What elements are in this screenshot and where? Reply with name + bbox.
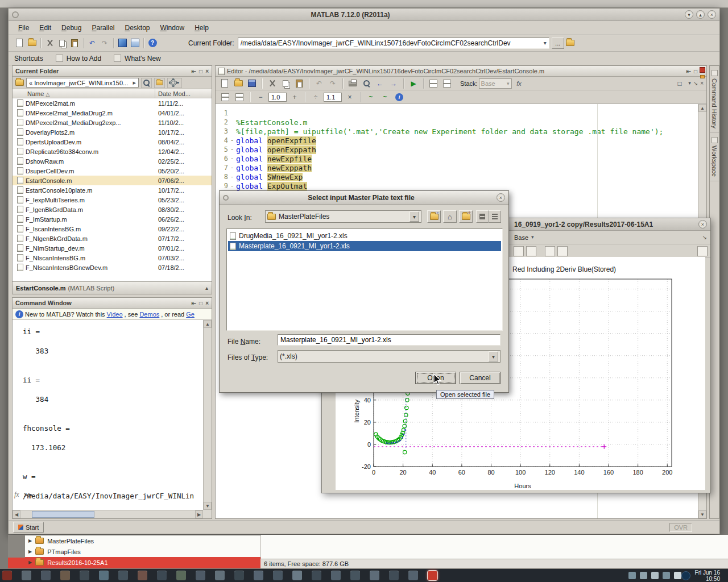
open-file-button[interactable] bbox=[26, 37, 38, 49]
editor-undo-button[interactable]: ↶ bbox=[313, 77, 325, 90]
taskbar-icon[interactable] bbox=[389, 571, 399, 580]
scroll-down-icon[interactable]: ▼ bbox=[698, 510, 706, 518]
file-row[interactable]: DReplicate96to384conv.m12/04/2... bbox=[13, 147, 212, 156]
eval-cell-button[interactable]: ~ bbox=[365, 91, 377, 103]
taskbar-active-icon[interactable] bbox=[428, 571, 437, 580]
video-link[interactable]: Video bbox=[107, 311, 123, 318]
scrollbar-thumb[interactable] bbox=[32, 511, 94, 518]
file-row[interactable]: F_NIgenBkGrdData.m07/17/2... bbox=[13, 234, 212, 243]
stack-combo[interactable]: Base▾ bbox=[479, 78, 512, 89]
taskbar-icon[interactable] bbox=[22, 571, 31, 580]
menu-debug[interactable]: Debug bbox=[56, 22, 86, 34]
taskbar-icon[interactable] bbox=[118, 571, 128, 580]
dialog-menu-icon[interactable] bbox=[223, 195, 229, 201]
simulink-button[interactable] bbox=[116, 37, 129, 49]
close-panel-icon[interactable]: × bbox=[205, 300, 209, 306]
collapse-details-icon[interactable]: ▴ bbox=[205, 285, 208, 291]
expander-icon[interactable]: ▶ bbox=[28, 549, 32, 554]
run-button[interactable]: ▶ bbox=[407, 77, 420, 90]
code-line[interactable]: 9-global ExpOutmat bbox=[216, 181, 698, 190]
increase-button[interactable]: + bbox=[288, 91, 301, 103]
scroll-left-icon[interactable]: ◀ bbox=[13, 510, 20, 518]
eval-advance-button[interactable]: ~ bbox=[379, 91, 391, 103]
taskbar-icon[interactable] bbox=[99, 571, 109, 580]
console-vertical-scrollbar[interactable]: ▲ ▼ bbox=[203, 320, 212, 510]
divide-button[interactable]: ÷ bbox=[309, 91, 322, 103]
dialog-titlebar[interactable]: Select input Master Plate text file × bbox=[220, 191, 508, 205]
decrease-button[interactable]: − bbox=[254, 91, 267, 103]
code-line[interactable]: 3%[file,path] = uiputfile('.mat','Create… bbox=[216, 127, 698, 136]
fx-button[interactable]: fx bbox=[513, 77, 526, 90]
file-row[interactable]: F_IgenBkGrdData.m08/30/2... bbox=[13, 205, 212, 214]
code-line[interactable]: 8-global SWnewExp bbox=[216, 172, 698, 181]
window-menu-icon[interactable] bbox=[12, 11, 19, 18]
menu-parallel[interactable]: Parallel bbox=[86, 22, 119, 34]
menu-window[interactable]: Window bbox=[155, 22, 190, 34]
column-name[interactable]: Name △ bbox=[27, 90, 49, 97]
dialog-close-button[interactable]: × bbox=[497, 193, 505, 202]
up-one-level-button[interactable]: ↑ bbox=[427, 210, 441, 223]
fx-icon[interactable]: fx bbox=[14, 490, 19, 499]
new-file-button[interactable] bbox=[13, 37, 26, 49]
close-panel-icon[interactable]: × bbox=[205, 68, 209, 74]
start-button[interactable]: Start bbox=[13, 522, 44, 533]
file-row[interactable]: F_IscanIntensBG.m09/22/2... bbox=[13, 224, 212, 234]
taskbar-icon[interactable] bbox=[138, 571, 147, 580]
file-row[interactable]: DMPexcel2mat_MediaDrug2.m04/01/2... bbox=[13, 108, 212, 118]
help-button[interactable]: ? bbox=[146, 37, 159, 49]
mlint-warning-marker[interactable] bbox=[700, 75, 705, 78]
scroll-up-icon[interactable]: ▲ bbox=[204, 320, 212, 328]
tray-icon[interactable] bbox=[674, 572, 681, 579]
taskbar-icon[interactable] bbox=[215, 571, 225, 580]
undock-editor-icon[interactable]: ↘ bbox=[693, 80, 698, 86]
print-button[interactable] bbox=[346, 77, 359, 90]
taskbar-icon[interactable] bbox=[312, 571, 321, 580]
breadcrumb-next-icon[interactable]: ▸ bbox=[133, 79, 136, 86]
maximize-panel-icon[interactable]: □ bbox=[199, 300, 202, 306]
file-row[interactable]: F_NIscanIntensBG.m07/03/2... bbox=[13, 253, 212, 263]
file-row[interactable]: DpertsUploadDev.m08/04/2... bbox=[13, 137, 212, 147]
folder-row[interactable]: ▶MasterPlateFiles bbox=[25, 535, 260, 546]
chevron-down-icon[interactable]: ▾ bbox=[688, 81, 691, 86]
code-line[interactable]: 6-global newExpfile bbox=[216, 154, 698, 163]
editor-new-button[interactable] bbox=[218, 77, 231, 90]
taskbar-icon[interactable] bbox=[254, 571, 263, 580]
editor-redo-button[interactable]: ↷ bbox=[326, 77, 339, 90]
file-row[interactable]: DMPexcel2mat_MediaDrug2exp...11/10/2... bbox=[13, 118, 212, 127]
figure-tool-icon[interactable] bbox=[526, 246, 536, 256]
cut-button[interactable] bbox=[43, 37, 56, 49]
actions-button[interactable]: ▾ bbox=[167, 78, 182, 88]
file-row[interactable]: F_ImStartup.m06/26/2... bbox=[13, 214, 212, 224]
taskbar-icon[interactable] bbox=[234, 571, 244, 580]
column-date[interactable]: Date Mod... bbox=[158, 90, 191, 97]
file-details-footer[interactable]: EstartConsole.m (MATLAB Script) ▴ bbox=[13, 281, 212, 294]
file-row[interactable]: DshowRaw.m02/25/2... bbox=[13, 156, 212, 166]
guide-button[interactable] bbox=[129, 37, 141, 49]
taskbar-icon[interactable] bbox=[2, 571, 12, 580]
browse-folder-button[interactable]: ... bbox=[552, 38, 564, 49]
taskbar-icon[interactable] bbox=[408, 571, 418, 580]
new-folder-button[interactable]: + bbox=[459, 210, 473, 223]
editor-copy-button[interactable] bbox=[279, 77, 292, 90]
taskbar-clock[interactable]: Fri Jun 16 10:50 bbox=[695, 569, 720, 582]
tray-icon[interactable] bbox=[651, 572, 659, 579]
folder-row[interactable]: ▶PTmapFiles bbox=[25, 546, 260, 557]
shortcut-whats-new[interactable]: What's New bbox=[125, 55, 161, 63]
figure-tool-icon[interactable] bbox=[545, 246, 555, 256]
scroll-down-icon[interactable]: ▼ bbox=[204, 502, 212, 510]
tray-icon[interactable] bbox=[640, 572, 647, 579]
close-editor-icon[interactable]: × bbox=[700, 80, 704, 86]
cell-value-right[interactable]: 1.1 bbox=[324, 93, 342, 102]
taskbar-icon[interactable] bbox=[60, 571, 70, 580]
editor-save-button[interactable] bbox=[246, 77, 258, 90]
tab-workspace[interactable]: Workspace bbox=[710, 133, 719, 181]
paste-button[interactable] bbox=[68, 37, 81, 49]
cell-grid-button[interactable] bbox=[219, 91, 231, 103]
breadcrumb-text[interactable]: InovImager_jwrCF_WINLinx150... bbox=[34, 80, 128, 86]
file-row[interactable]: F_IexpMultiTseries.m05/23/2... bbox=[13, 195, 212, 205]
current-folder-header[interactable]: Current Folder ⇤ □ × bbox=[13, 66, 212, 77]
taskbar-icon[interactable] bbox=[370, 571, 379, 580]
tray-icon[interactable] bbox=[663, 572, 670, 579]
menu-edit[interactable]: Edit bbox=[34, 22, 56, 34]
copy-button[interactable] bbox=[56, 37, 68, 49]
